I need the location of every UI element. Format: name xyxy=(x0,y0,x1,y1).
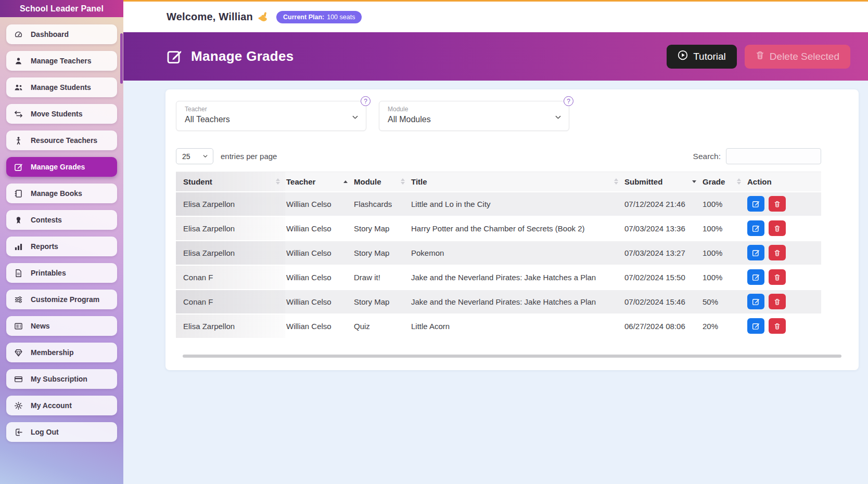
cell-action xyxy=(746,192,821,216)
cell-module: Flashcards xyxy=(353,192,410,216)
delete-grade-button[interactable] xyxy=(769,245,786,260)
page-banner: Manage Grades Tutorial Delete Sele xyxy=(123,32,868,81)
entries-per-page-select[interactable]: 25 xyxy=(176,148,213,164)
teacher-filter-select[interactable]: Teacher All Teachers ? xyxy=(176,101,366,131)
table-horizontal-scrollbar[interactable] xyxy=(183,355,841,358)
play-circle-icon xyxy=(678,50,688,63)
cell-submitted: 07/02/2024 15:50 xyxy=(623,265,701,290)
cell-action xyxy=(746,290,821,314)
column-label: Title xyxy=(411,177,427,186)
cell-title: Little and Lo in the City xyxy=(410,192,623,216)
filters-row: Teacher All Teachers ? Module All Module… xyxy=(176,101,848,131)
cell-submitted: 07/03/2024 13:27 xyxy=(623,241,701,265)
sidebar-item-resource-teachers[interactable]: Resource Teachers xyxy=(6,130,117,150)
cell-teacher: Willian Celso xyxy=(285,241,353,265)
gem-icon xyxy=(14,348,23,357)
sort-icon-none xyxy=(401,178,407,185)
module-filter-select[interactable]: Module All Modules ? xyxy=(379,101,569,131)
delete-selected-button[interactable]: Delete Selected xyxy=(745,45,850,69)
sidebar-scrollbar[interactable] xyxy=(120,19,123,482)
cell-student: Elisa Zarpellon xyxy=(176,192,285,216)
cell-action xyxy=(746,241,821,265)
column-label: Student xyxy=(183,177,212,186)
delete-grade-button[interactable] xyxy=(769,294,786,309)
sidebar-item-my-subscription[interactable]: My Subscription xyxy=(6,369,117,389)
search-input[interactable] xyxy=(726,148,821,164)
column-label: Teacher xyxy=(286,177,315,186)
sidebar-item-printables[interactable]: Printables xyxy=(6,263,117,283)
table-row: Elisa ZarpellonWillian CelsoFlashcardsLi… xyxy=(176,192,821,216)
sliders-icon xyxy=(14,295,23,304)
delete-grade-button[interactable] xyxy=(769,269,786,285)
sidebar-item-label: Customize Program xyxy=(31,295,99,304)
table-row: Elisa ZarpellonWillian CelsoStory MapHar… xyxy=(176,216,821,241)
sidebar-item-contests[interactable]: Contests xyxy=(6,210,117,230)
sidebar-item-reports[interactable]: Reports xyxy=(6,237,117,256)
sidebar-item-customize-program[interactable]: Customize Program xyxy=(6,290,117,309)
entries-per-page-value: 25 xyxy=(182,152,190,161)
sidebar-item-manage-teachers[interactable]: Manage Teachers xyxy=(6,51,117,71)
delete-grade-button[interactable] xyxy=(769,318,786,334)
welcome-text: Welcome, Willian xyxy=(167,11,253,23)
sidebar-item-manage-students[interactable]: Manage Students xyxy=(6,77,117,97)
sidebar-item-my-account[interactable]: My Account xyxy=(6,396,117,415)
sidebar-item-manage-grades[interactable]: Manage Grades xyxy=(6,157,117,177)
cell-grade: 20% xyxy=(701,314,746,338)
delete-grade-button[interactable] xyxy=(769,220,786,236)
cell-grade: 50% xyxy=(701,290,746,314)
cell-teacher: Willian Celso xyxy=(285,290,353,314)
person-icon xyxy=(14,57,23,66)
cell-teacher: Willian Celso xyxy=(285,216,353,241)
edit-grade-button[interactable] xyxy=(747,269,764,285)
sidebar-item-move-students[interactable]: Move Students xyxy=(6,104,117,124)
column-header-title[interactable]: Title xyxy=(410,172,623,192)
sidebar-item-news[interactable]: News xyxy=(6,316,117,336)
sidebar-item-label: My Account xyxy=(31,401,72,410)
cell-teacher: Willian Celso xyxy=(285,314,353,338)
credit-card-icon xyxy=(14,375,23,384)
column-header-submitted[interactable]: Submitted xyxy=(623,172,701,192)
sidebar-item-label: Dashboard xyxy=(31,30,69,38)
cell-action xyxy=(746,314,821,338)
column-header-student[interactable]: Student xyxy=(176,172,285,192)
edit-square-icon xyxy=(14,163,23,172)
cell-grade: 100% xyxy=(701,216,746,241)
sidebar-item-log-out[interactable]: Log Out xyxy=(6,422,117,442)
welcome-bar: Welcome, Willian Current Plan: 100 seats xyxy=(123,2,868,32)
current-plan-badge: Current Plan: 100 seats xyxy=(276,11,362,23)
cell-student: Conan F xyxy=(176,290,285,314)
sidebar-item-label: Printables xyxy=(31,269,66,277)
sort-icon-asc xyxy=(343,180,350,183)
sidebar-item-dashboard[interactable]: Dashboard xyxy=(6,24,117,44)
column-label: Grade xyxy=(703,177,725,186)
sidebar-title: School Leader Panel xyxy=(0,0,123,17)
dashboard-icon xyxy=(14,30,23,39)
bar-chart-icon xyxy=(14,242,23,251)
edit-grade-button[interactable] xyxy=(747,318,764,334)
sidebar-scrollbar-thumb[interactable] xyxy=(120,33,123,84)
cell-submitted: 07/12/2024 21:46 xyxy=(623,192,701,216)
column-header-teacher[interactable]: Teacher xyxy=(285,172,353,192)
sidebar: School Leader Panel DashboardManage Teac… xyxy=(0,0,123,484)
sidebar-item-label: My Subscription xyxy=(31,375,87,383)
sort-icon-none xyxy=(737,178,743,185)
teacher-filter-help-icon[interactable]: ? xyxy=(361,96,371,106)
edit-grade-button[interactable] xyxy=(747,220,764,236)
column-header-grade[interactable]: Grade xyxy=(701,172,746,192)
cell-module: Draw it! xyxy=(353,265,410,290)
edit-grade-button[interactable] xyxy=(747,294,764,309)
delete-grade-button[interactable] xyxy=(769,196,786,212)
cell-module: Story Map xyxy=(353,241,410,265)
sidebar-item-manage-books[interactable]: Manage Books xyxy=(6,184,117,203)
edit-grade-button[interactable] xyxy=(747,245,764,260)
cell-module: Story Map xyxy=(353,216,410,241)
tutorial-button[interactable]: Tutorial xyxy=(667,45,737,69)
grades-table: StudentTeacherModuleTitleSubmittedGradeA… xyxy=(176,172,821,339)
sidebar-item-membership[interactable]: Membership xyxy=(6,343,117,362)
plan-badge-label: Current Plan: xyxy=(283,14,324,21)
column-header-module[interactable]: Module xyxy=(353,172,410,192)
module-filter-help-icon[interactable]: ? xyxy=(564,96,573,106)
sidebar-item-label: Move Students xyxy=(31,110,83,118)
entries-per-page-label: entries per page xyxy=(221,152,277,161)
edit-grade-button[interactable] xyxy=(747,196,764,212)
